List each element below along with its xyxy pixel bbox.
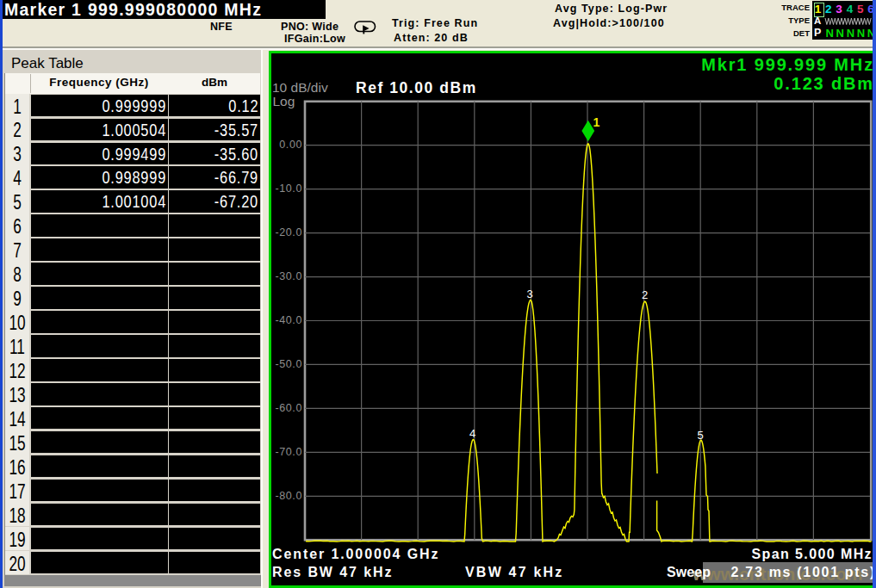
svg-text:1: 1 [593,115,600,129]
svg-text:4: 4 [469,427,475,440]
svg-text:3: 3 [527,288,533,300]
svg-text:2: 2 [642,288,648,301]
svg-text:5: 5 [698,429,704,442]
